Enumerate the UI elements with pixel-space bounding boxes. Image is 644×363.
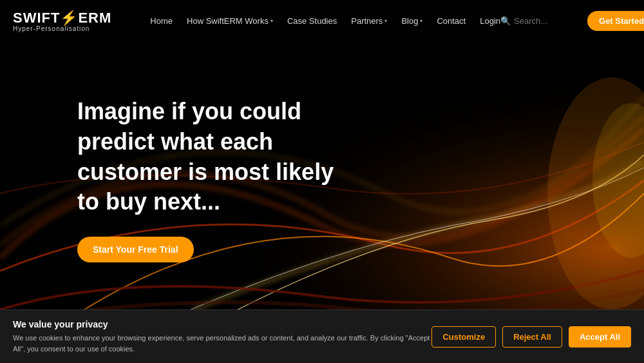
chevron-blog-icon: ▾ xyxy=(420,18,422,24)
trial-button[interactable]: Start Your Free Trial xyxy=(77,237,194,262)
reject-all-button[interactable]: Reject All xyxy=(502,326,562,348)
logo-swift: SWIFT xyxy=(13,10,60,26)
nav-case-studies[interactable]: Case Studies xyxy=(287,16,337,26)
cookie-banner: We value your privacy We use cookies to … xyxy=(0,309,644,363)
nav-blog[interactable]: Blog ▾ xyxy=(401,16,422,26)
cookie-title: We value your privacy xyxy=(13,319,431,329)
navbar-right: 🔍 Get Started xyxy=(500,11,644,31)
hero-content: Imagine if you could predict what each c… xyxy=(77,97,335,262)
navbar: SWIFT⚡ERM Hyper-Personalisation Home How… xyxy=(0,0,644,42)
cookie-buttons: Customize Reject All Accept All xyxy=(431,326,631,348)
search-input[interactable] xyxy=(514,16,578,26)
nav-contact[interactable]: Contact xyxy=(437,16,466,26)
chevron-partners-icon: ▾ xyxy=(384,18,387,24)
accept-all-button[interactable]: Accept All xyxy=(569,326,631,348)
chevron-how-icon: ▾ xyxy=(270,18,273,24)
nav-home[interactable]: Home xyxy=(150,16,173,26)
hero-title: Imagine if you could predict what each c… xyxy=(77,97,335,217)
nav-login[interactable]: Login xyxy=(480,16,500,26)
nav-partners[interactable]: Partners ▾ xyxy=(351,16,387,26)
logo-lightning: ⚡ xyxy=(60,10,78,26)
customize-button[interactable]: Customize xyxy=(431,326,496,348)
logo-erm: ERM xyxy=(78,10,111,26)
get-started-button[interactable]: Get Started xyxy=(587,11,644,31)
search-icon: 🔍 xyxy=(500,16,511,26)
navbar-left: SWIFT⚡ERM Hyper-Personalisation Home How… xyxy=(13,10,500,32)
search-area[interactable]: 🔍 xyxy=(500,16,578,26)
cookie-body: We use cookies to enhance your browsing … xyxy=(13,333,431,354)
cookie-left: We value your privacy We use cookies to … xyxy=(13,319,431,354)
nav-how-it-works[interactable]: How SwiftERM Works ▾ xyxy=(187,16,273,26)
logo-tagline: Hyper-Personalisation xyxy=(13,25,111,32)
logo[interactable]: SWIFT⚡ERM Hyper-Personalisation xyxy=(13,10,111,32)
nav-links: Home How SwiftERM Works ▾ Case Studies P… xyxy=(150,16,500,26)
hero-section: SWIFT⚡ERM Hyper-Personalisation Home How… xyxy=(0,0,644,363)
logo-wordmark: SWIFT⚡ERM xyxy=(13,10,111,26)
